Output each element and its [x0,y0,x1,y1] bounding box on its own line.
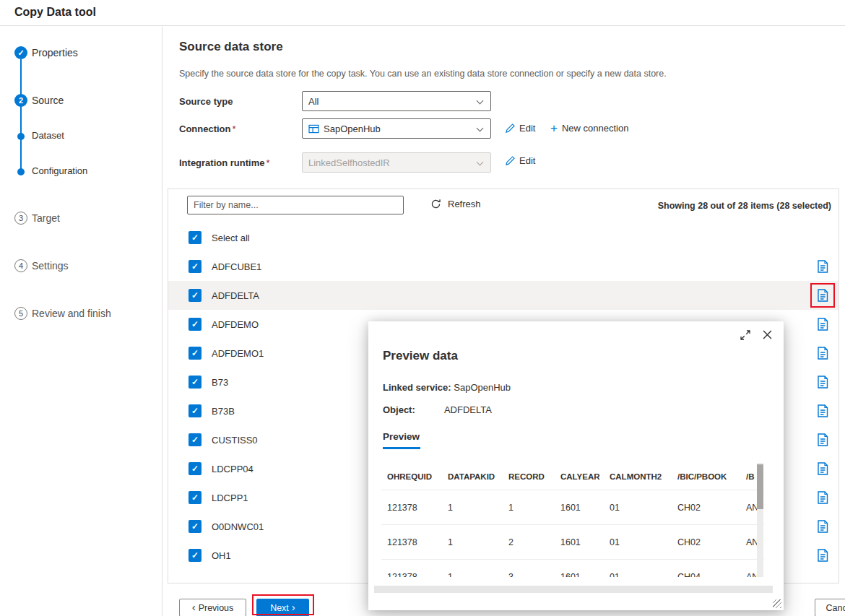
preview-data-icon[interactable] [815,259,830,274]
refresh-button[interactable]: Refresh [430,199,481,209]
row-checkbox[interactable] [188,462,202,475]
copy-data-tool-window: Copy Data tool Properties 2 Source Datas… [0,0,845,616]
close-icon[interactable] [763,330,772,339]
wizard-sidebar: Properties 2 Source Dataset Configuratio… [0,27,162,616]
datastore-name: CUSTISS0 [212,435,258,446]
preview-table-row: 12137811160101CH02AN [381,490,764,525]
cancel-button[interactable]: Cancel [815,599,845,616]
preview-column-header: /BIC/PBOOK [672,472,740,481]
connection-dropdown[interactable]: SapOpenHub [302,118,491,139]
wizard-step-review-and-finish[interactable]: 5 Review and finish [0,306,162,321]
preview-data-icon[interactable] [815,519,830,534]
preview-table-cell: 1601 [555,572,604,578]
preview-table-cell: 01 [604,572,672,578]
vertical-scrollbar-thumb[interactable] [757,464,763,509]
preview-table-cell: 1 [503,503,555,513]
row-checkbox[interactable] [188,491,202,504]
app-title: Copy Data tool [14,6,96,19]
wizard-step-properties[interactable]: Properties [0,45,162,60]
row-checkbox[interactable] [188,404,202,417]
expand-icon[interactable] [740,330,750,340]
filter-input[interactable] [187,196,404,214]
preview-table-cell: 01 [604,503,672,513]
preview-table-cell: CH02 [672,537,740,547]
pencil-icon [506,156,515,165]
row-checkbox[interactable] [188,433,202,446]
wizard-step-dataset[interactable]: Dataset [0,129,162,144]
step-label: Configuration [32,165,87,176]
row-checkbox[interactable] [188,318,202,331]
source-type-label: Source type [179,96,233,107]
preview-data-icon[interactable] [815,548,830,563]
select-all-row[interactable]: Select all [168,223,838,252]
app-header: Copy Data tool [0,0,845,26]
tab-preview[interactable]: Preview [383,431,420,442]
wizard-step-target[interactable]: 3 Target [0,211,162,225]
step-label: Review and finish [32,308,111,319]
refresh-icon [430,199,441,209]
preview-table-cell: 01 [604,537,672,547]
plus-icon: + [550,123,558,133]
step-marker: 4 [14,259,27,272]
integration-runtime-value: LinkedSelfhostedIR [308,157,390,168]
preview-table-row: 12137813160101CH04AN [381,560,764,577]
datastore-name: OH1 [212,550,231,561]
preview-data-icon[interactable] [815,375,830,389]
row-checkbox[interactable] [188,260,202,273]
preview-column-header: CALYEAR [555,472,604,481]
wizard-step-settings[interactable]: 4 Settings [0,259,162,273]
step-label: Target [32,212,60,224]
wizard-connector-line [20,59,22,172]
linked-service-line: Linked service: SapOpenHub [383,382,511,393]
row-checkbox[interactable] [188,549,202,562]
items-count-summary: Showing 28 out of 28 items (28 selected) [658,201,831,211]
step-marker: 3 [14,212,27,225]
datastore-name: ADFDEMO [212,319,259,330]
row-checkbox[interactable] [188,347,202,360]
tab-active-underline [383,447,420,449]
row-checkbox[interactable] [188,376,202,389]
source-type-dropdown[interactable]: All [302,91,491,111]
preview-table-body: 12137811160101CH02AN12137812160101CH02AN… [381,490,764,577]
datastore-name: B73B [212,406,235,417]
preview-table-cell: 2 [503,537,555,547]
row-checkbox[interactable] [188,289,202,302]
step-marker [17,133,25,140]
step-marker [17,168,25,175]
preview-table: OHREQUIDDATAPAKIDRECORDCALYEARCALMONTH2/… [381,463,764,577]
preview-vertical-scrollbar[interactable] [757,463,763,577]
preview-data-icon[interactable] [815,288,830,303]
preview-table-cell: 3 [503,572,555,578]
new-connection-button[interactable]: + New connection [550,123,628,134]
preview-table-cell: 1601 [555,503,604,513]
preview-table-cell: 1601 [555,537,604,547]
wizard-step-configuration[interactable]: Configuration [0,165,162,179]
preview-horizontal-scrollbar[interactable] [374,586,773,593]
preview-data-icon[interactable] [815,346,830,360]
step-marker: 5 [14,307,27,320]
object-line: Object: ADFDELTA [383,404,492,415]
resize-gripper-icon[interactable] [773,599,781,608]
select-all-checkbox[interactable] [188,231,202,244]
next-button[interactable]: Next [256,599,309,616]
pencil-icon [506,123,515,133]
preview-table-cell: 121378 [381,503,442,513]
preview-data-icon[interactable] [815,404,830,418]
preview-table-cell: 121378 [381,537,442,547]
edit-integration-runtime-button[interactable]: Edit [506,155,535,166]
preview-data-icon[interactable] [815,433,830,447]
preview-data-icon[interactable] [815,317,830,331]
page-title: Source data store [179,40,283,54]
datastore-row[interactable]: ADFDELTA [168,281,838,310]
chevron-down-icon [477,97,484,105]
chevron-down-icon [477,125,484,132]
edit-connection-button[interactable]: Edit [506,123,535,134]
preview-data-icon[interactable] [815,490,830,505]
wizard-step-source[interactable]: 2 Source [0,93,162,108]
datastore-name: LDCPP04 [212,464,254,474]
row-checkbox[interactable] [188,520,202,533]
previous-button[interactable]: Previous [179,599,246,616]
select-all-label: Select all [212,233,250,243]
preview-data-icon[interactable] [815,461,830,476]
datastore-row[interactable]: ADFCUBE1 [168,252,838,281]
